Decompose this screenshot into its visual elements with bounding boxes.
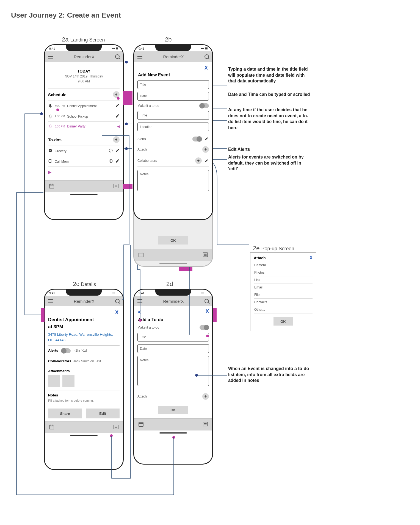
- attachment-thumbs[interactable]: [48, 375, 120, 387]
- pencil-icon[interactable]: [205, 158, 209, 163]
- popup-ok-button[interactable]: OK: [273, 317, 293, 326]
- popup-option[interactable]: Photos: [254, 269, 313, 276]
- app-topbar: ReminderX: [45, 51, 123, 62]
- label-2b: 2b: [165, 36, 173, 43]
- calendar-icon[interactable]: [49, 424, 55, 431]
- notes-line: Notes Fill attached forms before coming.: [48, 390, 120, 405]
- todo-row[interactable]: Grocery: [48, 146, 120, 156]
- search-icon[interactable]: [115, 299, 120, 303]
- back-icon[interactable]: <: [137, 309, 142, 316]
- calendar-icon[interactable]: [49, 183, 55, 190]
- todos-header: To-dos +: [48, 134, 120, 146]
- list-icon[interactable]: [113, 424, 119, 431]
- add-todo-button[interactable]: +: [113, 136, 120, 143]
- popup-option[interactable]: Email: [254, 284, 313, 291]
- title-input[interactable]: Title: [137, 333, 209, 341]
- close-icon[interactable]: X: [310, 255, 313, 260]
- form-title: Add New Event: [138, 73, 209, 77]
- alerts-toggle[interactable]: [192, 137, 202, 141]
- collab-add-button[interactable]: +: [195, 157, 202, 164]
- share-button[interactable]: Share: [48, 409, 82, 418]
- marker-dot: [117, 97, 120, 100]
- connector-tab: [123, 91, 132, 105]
- event-address[interactable]: 3478 Liberty Road, Warrensville Heights,…: [48, 332, 120, 343]
- screen-2b: 9:41••• ☰ ReminderX X Add New Event Titl…: [133, 44, 213, 220]
- make-todo-toggle[interactable]: [200, 325, 209, 330]
- close-icon[interactable]: X: [206, 309, 209, 316]
- todo-row[interactable]: Call Mom: [48, 156, 120, 167]
- schedule-row[interactable]: 6:30 PM Dinner Party ◀: [48, 122, 120, 131]
- go-icon[interactable]: [109, 148, 113, 154]
- make-todo-label: Make it a to-do: [137, 326, 159, 329]
- pencil-icon[interactable]: [115, 114, 120, 119]
- notch: [155, 290, 191, 296]
- connector-tab: [41, 308, 45, 322]
- pencil-icon[interactable]: [115, 148, 120, 154]
- checkbox-checked-icon[interactable]: [48, 148, 52, 154]
- attach-add-button[interactable]: +: [202, 393, 209, 400]
- annotation: At any time if the user decides that he …: [228, 107, 311, 130]
- list-icon[interactable]: [202, 421, 208, 428]
- screen-body: < X Add a To-do Make it a to-do Title Da…: [134, 306, 212, 418]
- close-icon[interactable]: X: [137, 64, 209, 71]
- alerts-toggle[interactable]: [61, 348, 71, 353]
- time-input[interactable]: Time: [137, 111, 209, 120]
- make-todo-toggle[interactable]: [200, 103, 209, 108]
- bottom-bar: [134, 418, 212, 430]
- date-input[interactable]: Date: [137, 92, 209, 101]
- edit-button[interactable]: Edit: [86, 409, 120, 418]
- pencil-icon[interactable]: [115, 103, 120, 109]
- marker-dot: [125, 147, 128, 150]
- pencil-icon[interactable]: [115, 159, 120, 164]
- hamburger-icon[interactable]: [48, 55, 53, 59]
- marker-dot: [206, 335, 209, 337]
- location-input[interactable]: Location: [137, 123, 209, 131]
- svg-point-2: [49, 159, 52, 163]
- notes-input[interactable]: Notes: [137, 356, 209, 386]
- annotation: Edit Alerts: [228, 146, 311, 152]
- svg-rect-6: [139, 253, 143, 257]
- popup-option[interactable]: File: [254, 291, 313, 299]
- ok-button[interactable]: OK: [158, 406, 188, 414]
- search-icon[interactable]: [205, 54, 209, 59]
- notes-input[interactable]: Notes: [137, 170, 209, 191]
- svg-point-3: [109, 159, 112, 163]
- calendar-icon[interactable]: [138, 421, 144, 428]
- alerts-line: Alerts >1hr >1d: [48, 345, 120, 356]
- hamburger-icon[interactable]: [137, 55, 142, 59]
- list-icon[interactable]: [202, 252, 208, 259]
- home-indicator: [134, 261, 212, 266]
- screen-2c: 9:41••• ☰ ReminderX X Dentist Appointmen…: [44, 289, 124, 470]
- popup-option[interactable]: Other...: [254, 306, 313, 313]
- marker-dot: [195, 374, 198, 377]
- date-input[interactable]: Date: [137, 344, 209, 353]
- go-icon[interactable]: [109, 159, 113, 164]
- popup-option[interactable]: Link: [254, 276, 313, 284]
- app-title: ReminderX: [53, 299, 115, 304]
- popup-option[interactable]: Camera: [254, 262, 313, 269]
- notch: [66, 45, 102, 51]
- annotation: Alerts for events are switched on by def…: [228, 154, 311, 172]
- title-input[interactable]: Title: [137, 80, 209, 89]
- bottom-bar: [134, 249, 212, 261]
- svg-point-1: [109, 149, 112, 152]
- list-icon[interactable]: [113, 183, 119, 190]
- connector-tab: [213, 308, 217, 322]
- schedule-row[interactable]: 4:30 PM School Pickup: [48, 111, 120, 122]
- pencil-icon[interactable]: [205, 136, 209, 141]
- popup-option[interactable]: Contacts: [254, 299, 313, 306]
- search-icon[interactable]: [115, 54, 120, 59]
- search-icon[interactable]: [205, 299, 209, 303]
- hamburger-icon[interactable]: [48, 299, 53, 303]
- label-2a: 2aLanding Screen: [62, 36, 105, 43]
- arrow-left-icon: ◀: [117, 124, 120, 128]
- svg-rect-8: [49, 425, 54, 429]
- attach-add-button[interactable]: +: [202, 146, 209, 153]
- marker-dot: [125, 123, 128, 125]
- close-icon[interactable]: X: [48, 309, 120, 315]
- hamburger-icon[interactable]: [137, 299, 142, 303]
- calendar-icon[interactable]: [138, 252, 144, 259]
- checkbox-empty-icon[interactable]: [48, 159, 52, 164]
- home-indicator: [45, 192, 123, 197]
- ok-button[interactable]: OK: [158, 236, 188, 245]
